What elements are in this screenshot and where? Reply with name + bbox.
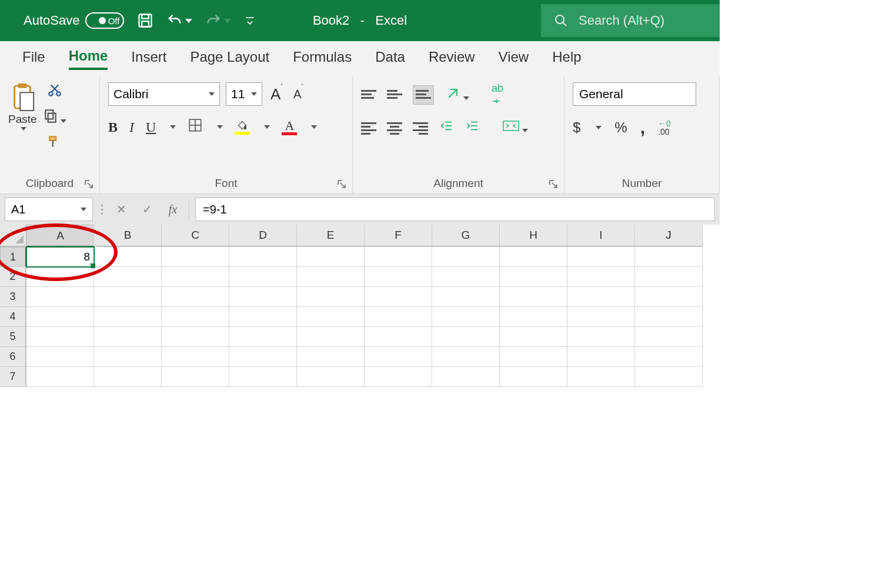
cell-E4[interactable] [297,307,365,327]
cell-C3[interactable] [162,287,229,307]
cell-G6[interactable] [432,347,500,367]
grow-font-button[interactable]: Aˆ [268,85,285,103]
cell-I6[interactable] [567,347,635,367]
cell-H3[interactable] [500,287,567,307]
col-header-E[interactable]: E [297,225,365,247]
cell-F7[interactable] [365,367,432,387]
cell-B3[interactable] [94,287,162,307]
fill-handle[interactable] [91,263,95,268]
cell-H2[interactable] [500,267,567,287]
row-header-6[interactable]: 6 [0,347,26,367]
cell-A3[interactable] [26,287,94,307]
name-box[interactable]: A1 [5,198,93,221]
cell-E7[interactable] [297,367,365,387]
cell-D6[interactable] [229,347,297,367]
cell-B6[interactable] [94,347,162,367]
cell-B4[interactable] [94,307,162,327]
cell-C6[interactable] [162,347,229,367]
row-header-5[interactable]: 5 [0,327,26,347]
cell-E5[interactable] [297,327,365,347]
cell-H4[interactable] [500,307,567,327]
col-header-I[interactable]: I [567,225,635,247]
bold-button[interactable]: B [108,119,118,135]
format-painter-icon[interactable] [46,134,63,152]
col-header-B[interactable]: B [94,225,162,247]
cell-I7[interactable] [567,367,635,387]
cell-I4[interactable] [567,307,635,327]
increase-indent-button[interactable] [465,119,480,135]
cell-F2[interactable] [365,267,432,287]
cell-E1[interactable] [297,247,365,267]
cell-G2[interactable] [432,267,500,287]
qat-customize[interactable] [244,15,256,26]
cell-J7[interactable] [635,367,703,387]
row-header-7[interactable]: 7 [0,367,26,387]
cell-A1[interactable]: 8 [26,247,94,267]
cell-J2[interactable] [635,267,703,287]
row-header-1[interactable]: 1 [0,247,26,267]
decrease-indent-button[interactable] [439,119,454,135]
align-right-button[interactable] [413,121,428,134]
cell-J5[interactable] [635,327,703,347]
cell-F1[interactable] [365,247,432,267]
underline-button[interactable]: U [146,119,156,135]
cell-A5[interactable] [26,327,94,347]
chevron-down-icon[interactable] [21,127,26,131]
cell-F5[interactable] [365,327,432,347]
cell-C1[interactable] [162,247,229,267]
autosave-toggle[interactable]: AutoSave Off [24,12,124,29]
row-header-4[interactable]: 4 [0,307,26,327]
cell-F6[interactable] [365,347,432,367]
align-top-button[interactable] [361,88,376,102]
tab-help[interactable]: Help [552,49,581,69]
fill-color-button[interactable] [235,120,250,135]
cell-H7[interactable] [500,367,567,387]
search-box[interactable]: Search (Alt+Q) [541,4,720,37]
italic-button[interactable]: I [129,119,134,135]
align-middle-button[interactable] [387,88,402,102]
col-header-A[interactable]: A [26,225,94,247]
cell-H1[interactable] [500,247,567,267]
tab-home[interactable]: Home [69,48,108,70]
cell-I3[interactable] [567,287,635,307]
cell-D4[interactable] [229,307,297,327]
number-format-combo[interactable]: General [573,82,696,106]
chevron-down-icon[interactable] [170,125,176,129]
copy-icon[interactable] [43,108,66,126]
borders-button[interactable] [188,118,203,136]
cut-icon[interactable] [47,82,62,100]
cell-G4[interactable] [432,307,500,327]
chevron-down-icon[interactable] [81,208,86,211]
col-header-C[interactable]: C [162,225,229,247]
chevron-down-icon[interactable] [185,19,192,23]
cell-J3[interactable] [635,287,703,307]
font-name-combo[interactable]: Calibri [108,82,220,106]
row-header-3[interactable]: 3 [0,287,26,307]
cell-G7[interactable] [432,367,500,387]
align-left-button[interactable] [361,121,376,134]
select-all-corner[interactable] [0,225,26,247]
cell-A2[interactable] [26,267,94,287]
cell-E2[interactable] [297,267,365,287]
cell-I1[interactable] [567,247,635,267]
cell-A7[interactable] [26,367,94,387]
cell-D7[interactable] [229,367,297,387]
cell-F3[interactable] [365,287,432,307]
cell-J6[interactable] [635,347,703,367]
cell-C4[interactable] [162,307,229,327]
tab-formulas[interactable]: Formulas [293,49,352,69]
save-icon[interactable] [137,12,153,29]
dialog-launcher-icon[interactable] [549,179,559,190]
cell-H5[interactable] [500,327,567,347]
cell-H6[interactable] [500,347,567,367]
undo-button[interactable] [166,12,192,29]
cell-G3[interactable] [432,287,500,307]
cell-F4[interactable] [365,307,432,327]
cell-A4[interactable] [26,307,94,327]
insert-function-button[interactable]: fx [163,203,183,216]
cell-I2[interactable] [567,267,635,287]
dialog-launcher-icon[interactable] [84,179,95,190]
increase-decimal-button[interactable]: ←0.00 [658,119,671,136]
comma-format-button[interactable]: , [640,118,645,138]
tab-data[interactable]: Data [375,49,405,69]
